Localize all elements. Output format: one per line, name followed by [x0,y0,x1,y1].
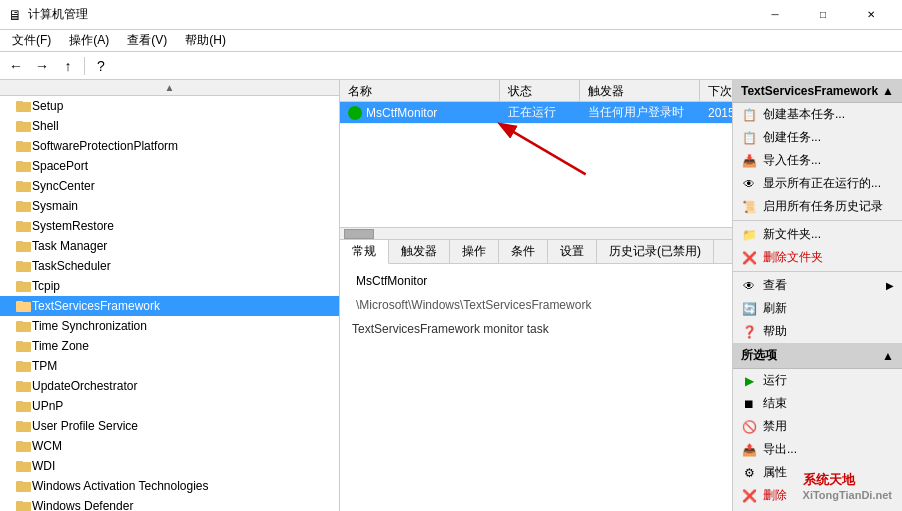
task-list-panel: 名称 状态 触发器 下次运行时间 上次 MsCtfMonitor 正在运行 当任… [340,80,732,240]
section2-collapse-icon[interactable]: ▲ [882,349,894,363]
action-help[interactable]: ❓ 帮助 [733,320,902,343]
view-icon: 👁 [741,278,757,294]
tree-item-upnp[interactable]: UPnP [0,396,339,416]
folder-icon [16,338,32,354]
menu-view[interactable]: 查看(V) [119,30,175,51]
tree-item-timezone[interactable]: Time Zone [0,336,339,356]
tree-item-tpm[interactable]: TPM [0,356,339,376]
tree-item-wdi[interactable]: WDI [0,456,339,476]
actions-separator [733,220,902,221]
disable-icon: 🚫 [741,419,757,435]
new-folder-icon: 📁 [741,227,757,243]
col-header-nextrun: 下次运行时间 [700,80,732,101]
app-icon: 🖥 [8,7,22,23]
svg-rect-25 [16,341,23,344]
tab-settings[interactable]: 设置 [548,240,597,263]
export-icon: 📤 [741,442,757,458]
action-disable[interactable]: 🚫 禁用 [733,415,902,438]
action-import-task[interactable]: 📥 导入任务... [733,149,902,172]
tree-item-synccenter[interactable]: SyncCenter [0,176,339,196]
tree-item-updateorchestrator[interactable]: UpdateOrchestrator [0,376,339,396]
minimize-button[interactable]: ─ [752,0,798,30]
tab-general[interactable]: 常规 [340,240,389,264]
action-end[interactable]: ⏹ 结束 [733,392,902,415]
folder-icon [16,498,32,511]
tab-conditions[interactable]: 条件 [499,240,548,263]
svg-rect-17 [16,261,23,264]
menu-action[interactable]: 操作(A) [61,30,117,51]
props-tabs: 常规 触发器 操作 条件 设置 历史记录(已禁用) [340,240,732,264]
folder-icon [16,458,32,474]
svg-rect-1 [16,101,23,104]
tree-item-defender[interactable]: Windows Defender [0,496,339,511]
tree-item-wat[interactable]: Windows Activation Technologies [0,476,339,496]
task-list-hscrollbar[interactable] [340,227,732,239]
folder-icon [16,318,32,334]
right-content: 名称 状态 触发器 下次运行时间 上次 MsCtfMonitor 正在运行 当任… [340,80,732,511]
tab-history[interactable]: 历史记录(已禁用) [597,240,714,263]
task-cell-status: 正在运行 [500,102,580,123]
action-show-running[interactable]: 👁 显示所有正在运行的... [733,172,902,195]
folder-icon-selected [16,298,32,314]
tab-actions[interactable]: 操作 [450,240,499,263]
tree-item-setup[interactable]: Setup [0,96,339,116]
window-controls: ─ □ ✕ [752,0,894,30]
tree-item-systemrestore[interactable]: SystemRestore [0,216,339,236]
enable-history-icon: 📜 [741,199,757,215]
tree-item-userprofile[interactable]: User Profile Service [0,416,339,436]
svg-rect-35 [16,441,23,444]
watermark: 系统天地 XiTongTianDi.net [803,471,892,501]
view-submenu-arrow: ▶ [886,280,894,291]
action-export[interactable]: 📤 导出... [733,438,902,461]
action-create-task[interactable]: 📋 创建任务... [733,126,902,149]
tree-item-spp[interactable]: SoftwareProtectionPlatform [0,136,339,156]
delete-icon: ❌ [741,488,757,504]
action-refresh[interactable]: 🔄 刷新 [733,297,902,320]
svg-rect-15 [16,241,23,244]
title-bar: 🖥 计算机管理 ─ □ ✕ [0,0,902,30]
tree-item-sysmain[interactable]: Sysmain [0,196,339,216]
folder-icon [16,438,32,454]
svg-rect-5 [16,141,23,144]
action-run[interactable]: ▶ 运行 [733,369,902,392]
back-button[interactable]: ← [4,55,28,77]
svg-rect-9 [16,181,23,184]
create-task-icon: 📋 [741,130,757,146]
create-basic-task-icon: 📋 [741,107,757,123]
tree-item-taskscheduler[interactable]: TaskScheduler [0,256,339,276]
svg-rect-19 [16,281,23,284]
action-view[interactable]: 👁 查看 ▶ [733,274,902,297]
menu-help[interactable]: 帮助(H) [177,30,234,51]
import-task-icon: 📥 [741,153,757,169]
menu-file[interactable]: 文件(F) [4,30,59,51]
task-name-value: MsCtfMonitor [352,272,720,290]
folder-icon [16,278,32,294]
maximize-button[interactable]: □ [800,0,846,30]
tree-item-spaceport[interactable]: SpacePort [0,156,339,176]
action-enable-history[interactable]: 📜 启用所有任务历史记录 [733,195,902,218]
action-new-folder[interactable]: 📁 新文件夹... [733,223,902,246]
task-cell-name: MsCtfMonitor [340,104,500,122]
tree-item-shell[interactable]: Shell [0,116,339,136]
up-button[interactable]: ↑ [56,55,80,77]
col-header-name: 名称 [340,80,500,101]
action-create-basic-task[interactable]: 📋 创建基本任务... [733,103,902,126]
forward-button[interactable]: → [30,55,54,77]
tree-item-tcpip[interactable]: Tcpip [0,276,339,296]
svg-rect-39 [16,481,23,484]
help-button[interactable]: ? [89,55,113,77]
action-delete-folder[interactable]: ❌ 删除文件夹 [733,246,902,269]
tree-item-tsf[interactable]: TextServicesFramework [0,296,339,316]
close-button[interactable]: ✕ [848,0,894,30]
tree-item-wcm[interactable]: WCM [0,436,339,456]
col-header-status: 状态 [500,80,580,101]
task-row[interactable]: MsCtfMonitor 正在运行 当任何用户登录时 2015 [340,102,732,124]
actions-section-title-1: TextServicesFramework ▲ [733,80,902,103]
section-collapse-icon[interactable]: ▲ [882,84,894,98]
actions-section-title-2: 所选项 ▲ [733,343,902,369]
tab-triggers[interactable]: 触发器 [389,240,450,263]
tree-item-taskmanager[interactable]: Task Manager [0,236,339,256]
col-header-trigger: 触发器 [580,80,700,101]
tree-item-timesync[interactable]: Time Synchronization [0,316,339,336]
task-scroll-area: MsCtfMonitor 正在运行 当任何用户登录时 2015 [340,102,732,240]
